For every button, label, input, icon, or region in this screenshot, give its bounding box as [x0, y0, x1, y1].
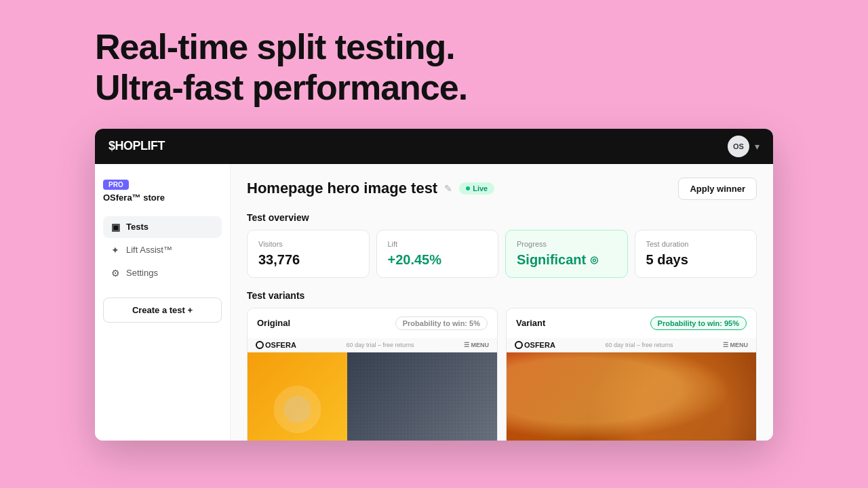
- nav-right: OS ▾: [728, 136, 760, 157]
- variant-preview-logo: OSFERA: [515, 341, 555, 349]
- visitors-card: Visitors 33,776: [247, 230, 370, 278]
- visitors-value: 33,776: [258, 252, 358, 268]
- variant-header: Variant Probability to win: 95%: [507, 308, 756, 338]
- progress-text: Significant: [517, 252, 586, 268]
- page-header-left: Homepage hero image test ✎ Live: [247, 180, 494, 197]
- duration-card: Test duration 5 days: [635, 230, 757, 278]
- variant-image-overlay: [507, 352, 756, 441]
- variant-logo-circle-icon: [515, 341, 523, 349]
- duration-value: 5 days: [646, 252, 746, 268]
- edit-icon[interactable]: ✎: [444, 183, 452, 194]
- sidebar: PRO OSfera™ store ▣ Tests ✦ Lift Assist™…: [95, 164, 231, 441]
- lift-card: Lift +20.45%: [376, 230, 499, 278]
- store-name: OSfera™ store: [103, 192, 222, 203]
- variant-card: Variant Probability to win: 95% OSFERA 6…: [506, 308, 757, 441]
- variant-preview: OSFERA 60 day trial – free returns ☰ MEN…: [507, 338, 756, 441]
- original-image-1-overlay: [248, 352, 347, 441]
- original-logo-text: OSFERA: [265, 341, 296, 349]
- original-preview-bar: OSFERA 60 day trial – free returns ☰ MEN…: [248, 338, 497, 352]
- hero-line1: Real-time split testing.: [95, 27, 455, 66]
- overview-cards: Visitors 33,776 Lift +20.45% Progress Si…: [247, 230, 757, 278]
- original-image-2: [347, 352, 497, 441]
- sidebar-nav: ▣ Tests ✦ Lift Assist™ ⚙ Settings: [103, 216, 222, 284]
- test-overview-title: Test overview: [247, 212, 757, 223]
- hero-title: Real-time split testing. Ultra-fast perf…: [95, 27, 868, 108]
- tests-icon: ▣: [110, 222, 121, 232]
- sidebar-item-settings-label: Settings: [126, 268, 158, 278]
- variant-preview-bar: OSFERA 60 day trial – free returns ☰ MEN…: [507, 338, 756, 352]
- original-preview-logo: OSFERA: [256, 341, 296, 349]
- lift-label: Lift: [388, 240, 488, 248]
- live-dot-icon: [466, 186, 470, 190]
- page-content: Homepage hero image test ✎ Live Apply wi…: [231, 164, 773, 441]
- variant-name: Variant: [516, 318, 545, 328]
- hero-section: Real-time split testing. Ultra-fast perf…: [0, 0, 868, 129]
- original-variant-preview: OSFERA 60 day trial – free returns ☰ MEN…: [248, 338, 497, 441]
- original-image-1: [248, 352, 347, 441]
- top-nav: $HOPLIFT OS ▾: [95, 129, 773, 164]
- pro-badge: PRO: [103, 180, 129, 190]
- logo-circle-icon: [256, 341, 264, 349]
- lift-assist-icon: ✦: [110, 245, 121, 256]
- nav-chevron-icon[interactable]: ▾: [755, 141, 760, 152]
- main-content: PRO OSfera™ store ▣ Tests ✦ Lift Assist™…: [95, 164, 773, 441]
- significant-icon: ◎: [590, 254, 598, 265]
- page-title: Homepage hero image test: [247, 180, 437, 197]
- original-variant-card: Original Probability to win: 5% OSFERA 6…: [247, 308, 498, 441]
- original-variant-header: Original Probability to win: 5%: [248, 308, 497, 338]
- live-badge: Live: [459, 182, 494, 195]
- progress-card: Progress Significant ◎: [505, 230, 628, 278]
- sidebar-item-tests-label: Tests: [126, 222, 149, 232]
- apply-winner-button[interactable]: Apply winner: [678, 178, 757, 200]
- original-preview-images: [248, 352, 497, 441]
- live-label: Live: [473, 184, 488, 192]
- app-window: $HOPLIFT OS ▾ PRO OSfera™ store ▣ Tests …: [95, 129, 773, 441]
- hero-line2: Ultra-fast performance.: [95, 68, 467, 107]
- variant-bar-text: 60 day trial – free returns: [605, 342, 673, 348]
- sidebar-item-lift-assist[interactable]: ✦ Lift Assist™: [103, 239, 222, 261]
- variant-image-full: [507, 352, 756, 441]
- original-image-2-overlay: [347, 352, 497, 441]
- app-logo: $HOPLIFT: [108, 139, 165, 153]
- sidebar-item-settings[interactable]: ⚙ Settings: [103, 262, 222, 284]
- variants-grid: Original Probability to win: 5% OSFERA 6…: [247, 308, 757, 441]
- progress-label: Progress: [517, 240, 616, 248]
- create-test-button[interactable]: Create a test +: [103, 298, 222, 323]
- avatar[interactable]: OS: [728, 136, 749, 157]
- progress-value: Significant ◎: [517, 252, 616, 268]
- duration-label: Test duration: [646, 240, 746, 248]
- lift-value: +20.45%: [388, 252, 488, 268]
- visitors-label: Visitors: [258, 240, 358, 248]
- original-probability-badge: Probability to win: 5%: [395, 317, 488, 330]
- sidebar-item-lift-label: Lift Assist™: [126, 245, 172, 255]
- original-menu-icon: ☰ MENU: [464, 342, 489, 348]
- test-variants-title: Test variants: [247, 290, 757, 301]
- settings-icon: ⚙: [110, 268, 121, 279]
- original-bar-text: 60 day trial – free returns: [346, 342, 414, 348]
- page-header: Homepage hero image test ✎ Live Apply wi…: [247, 178, 757, 200]
- variant-probability-badge: Probability to win: 95%: [650, 317, 747, 330]
- original-variant-name: Original: [257, 318, 290, 328]
- variant-logo-text: OSFERA: [524, 341, 555, 349]
- variant-menu-icon: ☰ MENU: [723, 342, 748, 348]
- sidebar-item-tests[interactable]: ▣ Tests: [103, 216, 222, 238]
